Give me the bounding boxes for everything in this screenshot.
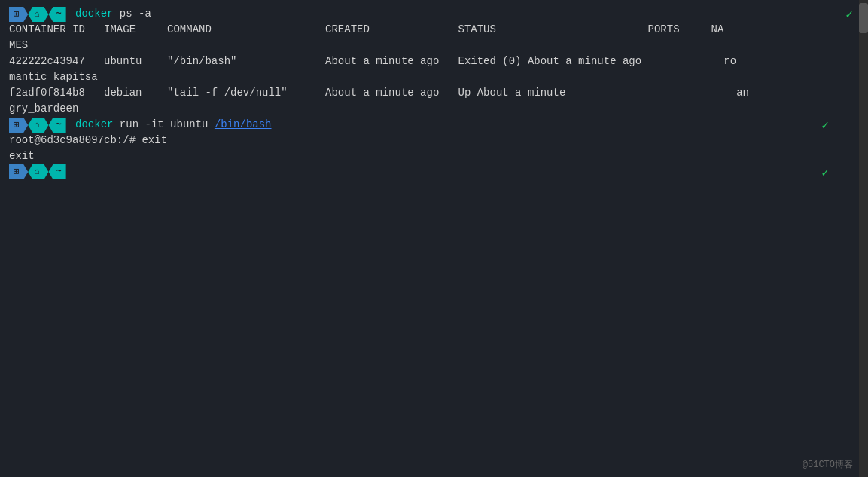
header-row-2: MES <box>9 38 844 54</box>
badge-os-2: ⊞ <box>9 118 28 133</box>
badge-home-2: ⌂ <box>28 118 48 133</box>
badge-dir-3: ~ <box>48 164 65 179</box>
badge-dir: ~ <box>48 7 65 22</box>
data-row-4: gry_bardeen <box>9 101 844 117</box>
cmd-link-2: /bin/bash <box>215 117 272 133</box>
cmd-args-1: ps -a <box>113 6 151 22</box>
cmd-docker-1: docker <box>75 6 113 22</box>
terminal-window: ⊞ ⌂ ~ docker ps -a ✓ CONTAINER ID IMAGE … <box>0 0 868 477</box>
scrollbar[interactable] <box>859 0 868 477</box>
output-line-2: exit <box>9 148 844 164</box>
data-row-2: mantic_kapitsa <box>9 69 844 85</box>
command-line-2: ⊞ ⌂ ~ docker run -it ubuntu /bin/bash ✓ <box>9 117 844 133</box>
checkmark-3: ✓ <box>821 164 829 182</box>
badge-home-3: ⌂ <box>28 164 48 179</box>
cmd-args-2: run -it ubuntu <box>113 117 214 133</box>
badge-os: ⊞ <box>9 7 28 22</box>
checkmark-2: ✓ <box>821 117 829 135</box>
data-row-3: f2adf0f814b8 debian "tail -f /dev/null" … <box>9 85 844 101</box>
terminal-content: ⊞ ⌂ ~ docker ps -a ✓ CONTAINER ID IMAGE … <box>9 6 859 179</box>
data-row-1: 422222c43947 ubuntu "/bin/bash" About a … <box>9 54 844 69</box>
checkmark-1: ✓ <box>845 6 853 24</box>
badge-dir-2: ~ <box>48 118 65 133</box>
header-row-1: CONTAINER ID IMAGE COMMAND CREATED STATU… <box>9 22 844 38</box>
badge-os-3: ⊞ <box>9 164 28 179</box>
badge-home: ⌂ <box>28 7 48 22</box>
watermark: @51CTO博客 <box>803 458 853 471</box>
command-line-3: ⊞ ⌂ ~ ✓ <box>9 164 844 179</box>
cmd-docker-2: docker <box>75 117 113 133</box>
scrollbar-thumb[interactable] <box>859 3 868 33</box>
command-line-1: ⊞ ⌂ ~ docker ps -a ✓ <box>9 6 844 22</box>
output-line-1: root@6d3c9a8097cb:/# exit <box>9 133 844 148</box>
cmd-space-2 <box>69 117 75 133</box>
prompt-badges-1: ⊞ ⌂ ~ <box>9 7 66 22</box>
prompt-badges-2: ⊞ ⌂ ~ <box>9 118 66 133</box>
cmd-space <box>69 6 75 22</box>
prompt-badges-3: ⊞ ⌂ ~ <box>9 164 66 179</box>
